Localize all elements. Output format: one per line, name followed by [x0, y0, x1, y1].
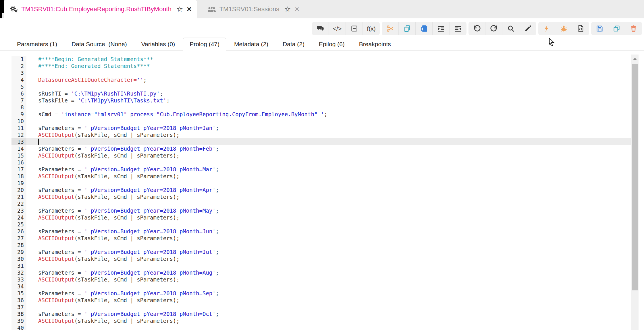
code-line[interactable]: 36ASCIIOutput(sTaskFile, sCmd | sParamet… — [11, 297, 631, 304]
code-line[interactable]: 2#****End: Generated Statements**** — [11, 63, 631, 69]
code-line-text[interactable] — [26, 221, 631, 228]
code-line[interactable]: 33ASCIIOutput(sTaskFile, sCmd | sParamet… — [11, 276, 631, 283]
line-number[interactable]: 20 — [11, 187, 26, 193]
code-line-text[interactable]: sParameters = ' pVersion=Budget pYear=20… — [26, 269, 631, 276]
code-line[interactable]: 19 — [11, 180, 631, 187]
code-line[interactable]: 8 — [11, 104, 631, 111]
cut-button[interactable] — [382, 22, 399, 35]
line-number[interactable]: 11 — [11, 125, 26, 131]
line-number[interactable]: 4 — [11, 76, 26, 83]
code-line-text[interactable]: #****End: Generated Statements**** — [26, 63, 631, 69]
line-number[interactable]: 1 — [11, 56, 26, 63]
code-line-text[interactable]: ASCIIOutput(sTaskFile, sCmd | sParameter… — [26, 131, 631, 138]
code-line[interactable]: 9sCmd = 'instance="tm1srv01" process="Cu… — [11, 111, 631, 118]
line-number[interactable]: 13 — [11, 138, 26, 145]
line-number[interactable]: 15 — [11, 152, 26, 159]
code-line-text[interactable]: ASCIIOutput(sTaskFile, sCmd | sParameter… — [26, 214, 631, 221]
tab-data-source[interactable]: Data Source (None) — [65, 38, 134, 51]
line-number[interactable]: 22 — [11, 200, 26, 207]
code-line[interactable]: 11sParameters = ' pVersion=Budget pYear=… — [11, 125, 631, 131]
line-number[interactable]: 12 — [11, 131, 26, 138]
code-line-text[interactable]: #****Begin: Generated Statements*** — [26, 56, 631, 63]
comment-button[interactable] — [312, 22, 329, 35]
code-line-text[interactable]: sParameters = ' pVersion=Budget pYear=20… — [26, 145, 631, 152]
code-line-text[interactable]: ASCIIOutput(sTaskFile, sCmd | sParameter… — [26, 276, 631, 283]
code-line-text[interactable]: sParameters = ' pVersion=Budget pYear=20… — [26, 166, 631, 173]
code-line[interactable]: 17sParameters = ' pVersion=Budget pYear=… — [11, 166, 631, 173]
favorite-star-icon[interactable]: ☆ — [176, 5, 183, 13]
line-number[interactable]: 25 — [11, 221, 26, 228]
run-button[interactable] — [538, 22, 555, 35]
view-source-button[interactable] — [572, 22, 589, 35]
code-line[interactable]: 20sParameters = ' pVersion=Budget pYear=… — [11, 187, 631, 193]
code-line[interactable]: 28 — [11, 242, 631, 249]
code-line-text[interactable]: sParameters = ' pVersion=Budget pYear=20… — [26, 228, 631, 235]
code-line[interactable]: 25 — [11, 221, 631, 228]
line-number[interactable]: 6 — [11, 90, 26, 97]
code-line-text[interactable]: sParameters = ' pVersion=Budget pYear=20… — [26, 125, 631, 131]
save-button[interactable] — [591, 22, 608, 35]
code-line[interactable]: 35sParameters = ' pVersion=Budget pYear=… — [11, 290, 631, 297]
code-line-text[interactable]: sParameters = ' pVersion=Budget pYear=20… — [26, 187, 631, 193]
close-icon[interactable]: × — [187, 5, 191, 13]
close-icon[interactable]: × — [295, 5, 299, 13]
tab-data[interactable]: Data (2) — [276, 38, 311, 51]
line-number[interactable]: 7 — [11, 97, 26, 104]
code-line[interactable]: 15ASCIIOutput(sTaskFile, sCmd | sParamet… — [11, 152, 631, 159]
indent-button[interactable] — [433, 22, 450, 35]
function-button[interactable]: f(x) — [363, 22, 380, 35]
line-number[interactable]: 24 — [11, 214, 26, 221]
debug-button[interactable] — [555, 22, 572, 35]
code-line[interactable]: 12ASCIIOutput(sTaskFile, sCmd | sParamet… — [11, 131, 631, 138]
line-number[interactable]: 32 — [11, 269, 26, 276]
code-line[interactable]: 13 — [11, 138, 631, 145]
paste-button[interactable] — [416, 22, 433, 35]
line-number[interactable]: 18 — [11, 173, 26, 180]
code-line-text[interactable]: sParameters = ' pVersion=Budget pYear=20… — [26, 310, 631, 317]
line-number[interactable]: 10 — [11, 118, 26, 125]
code-line[interactable]: 38sParameters = ' pVersion=Budget pYear=… — [11, 310, 631, 317]
tab-parameters[interactable]: Parameters (1) — [10, 38, 64, 51]
line-number[interactable]: 30 — [11, 255, 26, 262]
code-line[interactable]: 5 — [11, 83, 631, 90]
search-button[interactable] — [502, 22, 519, 35]
line-number[interactable]: 37 — [11, 304, 26, 310]
code-line-text[interactable]: ASCIIOutput(sTaskFile, sCmd | sParameter… — [26, 193, 631, 200]
scroll-up-button[interactable] — [631, 55, 639, 63]
tab-prolog[interactable]: Prolog (47) — [183, 38, 226, 51]
code-line-text[interactable]: sParameters = ' pVersion=Budget pYear=20… — [26, 290, 631, 297]
line-number[interactable]: 31 — [11, 262, 26, 269]
code-line[interactable]: 7sTaskFile = 'C:\TM1py\RushTI\Tasks.txt'… — [11, 97, 631, 104]
line-number[interactable]: 28 — [11, 242, 26, 249]
line-number[interactable]: 40 — [11, 324, 26, 330]
code-line-text[interactable]: ASCIIOutput(sTaskFile, sCmd | sParameter… — [26, 317, 631, 324]
code-line-text[interactable]: sRushTI = 'C:\TM1py\RushTI\RushTI.py'; — [26, 90, 631, 97]
code-line[interactable]: 26sParameters = ' pVersion=Budget pYear=… — [11, 228, 631, 235]
code-line[interactable]: 27ASCIIOutput(sTaskFile, sCmd | sParamet… — [11, 235, 631, 242]
code-line-text[interactable] — [26, 118, 631, 125]
editor-scrollbar[interactable] — [631, 55, 639, 330]
line-number[interactable]: 8 — [11, 104, 26, 111]
line-number[interactable]: 34 — [11, 283, 26, 290]
code-line-text[interactable] — [26, 262, 631, 269]
line-number[interactable]: 33 — [11, 276, 26, 283]
code-block-button[interactable]: </> — [329, 22, 346, 35]
tab-epilog[interactable]: Epilog (6) — [312, 38, 351, 51]
code-editor[interactable]: 1#****Begin: Generated Statements***2#**… — [0, 53, 631, 330]
code-line-text[interactable] — [26, 104, 631, 111]
line-number[interactable]: 38 — [11, 310, 26, 317]
code-line[interactable]: 22 — [11, 200, 631, 207]
delete-button[interactable] — [625, 22, 642, 35]
line-number[interactable]: 23 — [11, 207, 26, 214]
code-line-text[interactable] — [26, 200, 631, 207]
line-number[interactable]: 36 — [11, 297, 26, 304]
line-number[interactable]: 39 — [11, 317, 26, 324]
tab-variables[interactable]: Variables (0) — [135, 38, 182, 51]
line-number[interactable]: 9 — [11, 111, 26, 118]
undo-button[interactable] — [468, 22, 485, 35]
code-line-text[interactable]: sParameters = ' pVersion=Budget pYear=20… — [26, 207, 631, 214]
line-number[interactable]: 19 — [11, 180, 26, 187]
line-number[interactable]: 35 — [11, 290, 26, 297]
code-line-text[interactable] — [26, 324, 631, 330]
scrollbar-thumb[interactable] — [632, 64, 638, 290]
